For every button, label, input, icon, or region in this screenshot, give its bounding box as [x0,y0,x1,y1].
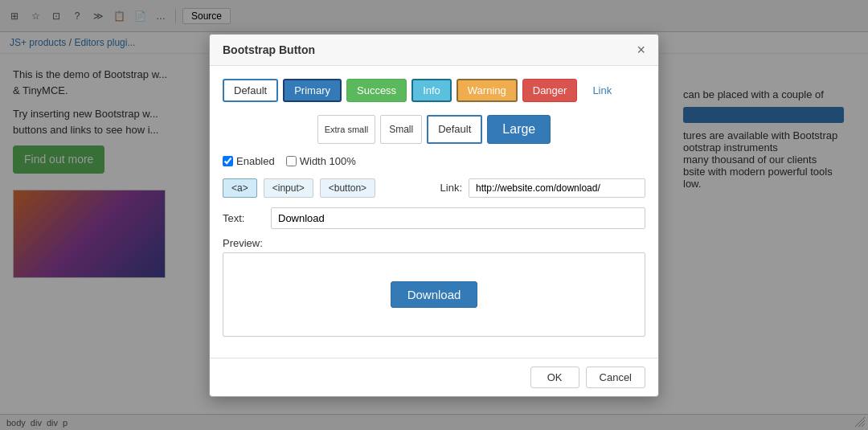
width100-checkbox[interactable] [286,156,297,166]
modal-header: Bootstrap Button × [210,35,658,66]
bootstrap-button-dialog: Bootstrap Button × Default Primary Succe… [209,34,659,397]
modal-title: Bootstrap Button [223,43,315,56]
cancel-button[interactable]: Cancel [586,367,645,388]
btn-type-success[interactable]: Success [346,79,407,102]
btn-type-warning[interactable]: Warning [457,79,518,102]
btn-type-danger[interactable]: Danger [522,79,578,102]
ok-button[interactable]: OK [530,367,579,388]
btn-size-xs[interactable]: Extra small [317,115,375,144]
preview-download-button[interactable]: Download [391,281,478,308]
preview-box: Download [223,252,645,337]
modal-overlay: Bootstrap Button × Default Primary Succe… [0,0,868,430]
width100-checkbox-label[interactable]: Width 100% [286,155,356,167]
btn-size-lg[interactable]: Large [487,115,551,144]
tag-link-row: <a> <input> <button> Link: [223,178,645,198]
modal-close-button[interactable]: × [637,43,645,57]
preview-label: Preview: [223,237,645,249]
modal-body: Default Primary Success Info Warning Dan… [210,66,658,358]
enabled-label: Enabled [236,155,275,167]
options-row: Enabled Width 100% [223,155,645,167]
btn-size-default[interactable]: Default [427,115,482,144]
tag-a[interactable]: <a> [223,178,257,198]
btn-type-link[interactable]: Link [582,79,622,102]
enabled-checkbox-label[interactable]: Enabled [223,155,275,167]
btn-type-info[interactable]: Info [411,79,452,102]
link-input[interactable] [469,178,645,198]
tag-button[interactable]: <button> [320,178,375,198]
text-input[interactable] [271,207,645,229]
button-size-row: Extra small Small Default Large [223,115,645,144]
enabled-checkbox[interactable] [223,156,233,166]
tag-input[interactable]: <input> [264,178,313,198]
button-type-row: Default Primary Success Info Warning Dan… [223,79,645,102]
width100-label: Width 100% [300,155,356,167]
btn-type-primary[interactable]: Primary [283,79,342,102]
text-row: Text: [223,207,645,229]
text-label: Text: [223,212,263,224]
btn-type-default[interactable]: Default [223,79,278,102]
link-label: Link: [440,182,462,194]
preview-section: Preview: Download [223,237,645,337]
btn-size-sm[interactable]: Small [380,115,422,144]
modal-footer: OK Cancel [210,358,658,396]
